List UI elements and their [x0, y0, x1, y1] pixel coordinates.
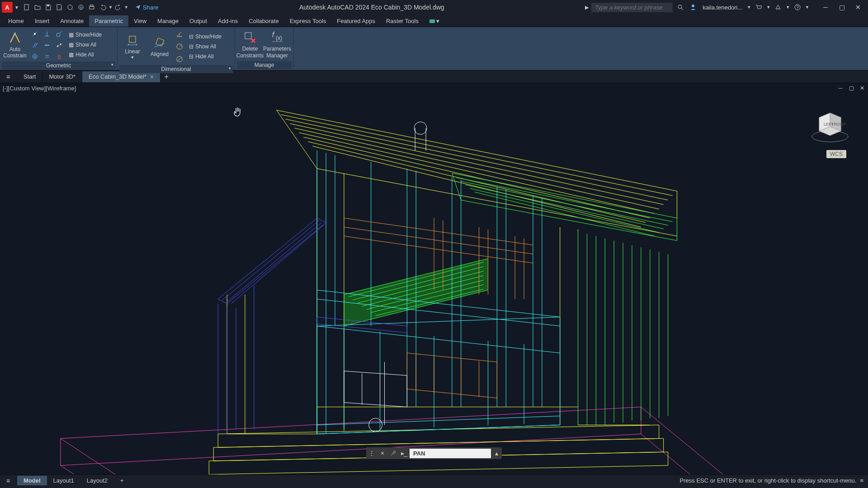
open-icon[interactable]	[33, 2, 42, 12]
perpendicular-icon[interactable]	[41, 28, 53, 40]
close-button[interactable]: ✕	[850, 1, 866, 14]
dimensional-show-all-button[interactable]: ⊟Show All	[186, 42, 224, 52]
user-name-label[interactable]: kaila.tenedori...	[703, 4, 742, 11]
parameters-manager-button[interactable]: f(x) Parameters Manager	[264, 29, 290, 61]
linear-icon	[125, 33, 140, 47]
geometric-hide-all-button[interactable]: ▦Hide All	[66, 50, 104, 60]
close-tab-icon[interactable]: ×	[150, 73, 154, 80]
hide-all-icon: ▦	[69, 52, 74, 58]
geometric-show-all-button[interactable]: ▦Show All	[66, 40, 104, 50]
redo-dropdown[interactable]: ▼	[124, 5, 128, 9]
web-open-icon[interactable]	[65, 2, 75, 12]
user-dropdown[interactable]: ▼	[747, 5, 751, 9]
dim-diameter-icon[interactable]	[174, 53, 185, 65]
autodesk-dropdown[interactable]: ▼	[786, 5, 790, 9]
window-title: Autodesk AutoCAD 2024 Eco Cabin_3D Model…	[158, 4, 585, 11]
command-expand-icon[interactable]: ▴	[491, 448, 502, 459]
layout-menu-icon[interactable]: ≡	[3, 475, 14, 486]
svg-point-16	[34, 56, 36, 57]
tab-featured-apps[interactable]: Featured Apps	[331, 15, 381, 27]
wireframe-model	[0, 83, 868, 474]
web-save-icon[interactable]	[76, 2, 86, 12]
parallel-icon[interactable]	[29, 39, 41, 51]
show-all-icon: ⊟	[189, 43, 193, 50]
collinear-icon[interactable]	[53, 39, 65, 51]
tab-collaborate[interactable]: Collaborate	[243, 15, 284, 27]
coincident-icon[interactable]	[29, 28, 41, 40]
svg-rect-4	[90, 6, 94, 9]
new-tab-button[interactable]: +	[160, 73, 172, 81]
command-line: ⋮ × ▸_ ▴	[366, 447, 502, 459]
horizontal-icon[interactable]	[41, 39, 53, 51]
tab-annotate[interactable]: Annotate	[55, 15, 89, 27]
auto-constrain-button[interactable]: Auto Constrain	[2, 29, 28, 61]
undo-icon[interactable]	[98, 2, 108, 12]
autodesk-app-icon[interactable]	[773, 2, 783, 12]
command-close-icon[interactable]: ×	[377, 448, 388, 459]
tab-home[interactable]: Home	[3, 15, 29, 27]
layout-tabs-bar: ≡ Model Layout1 Layout2 + Press ESC or E…	[0, 474, 868, 486]
delete-constraints-label: Delete Constraints	[236, 46, 264, 59]
saveas-icon[interactable]	[54, 2, 64, 12]
parameters-manager-label: Parameters Manager	[263, 46, 291, 59]
panel-title-dimensional[interactable]: Dimensional	[119, 65, 233, 73]
new-icon[interactable]	[22, 2, 32, 12]
help-icon[interactable]: ?	[793, 2, 802, 12]
command-recent-icon[interactable]: ▸_	[399, 448, 410, 459]
tab-view[interactable]: View	[128, 15, 152, 27]
tab-output[interactable]: Output	[184, 15, 212, 27]
undo-dropdown[interactable]: ▼	[108, 5, 113, 9]
search-input[interactable]	[591, 3, 673, 12]
drawing-viewport[interactable]: [-][Custom View][Wireframe] ─ ▢ ✕ LEFT F…	[0, 83, 868, 474]
plot-icon[interactable]	[87, 2, 97, 12]
tab-raster-tools[interactable]: Raster Tools	[381, 15, 424, 27]
dimensional-hide-all-button[interactable]: ⊟Hide All	[186, 52, 224, 61]
command-input[interactable]	[410, 449, 491, 458]
start-tab[interactable]: Start	[17, 71, 42, 82]
tab-express-tools[interactable]: Express Tools	[284, 15, 332, 27]
layout-tab-model[interactable]: Model	[17, 476, 47, 485]
file-tab-motor[interactable]: Motor 3D*	[42, 71, 82, 82]
search-expand-icon[interactable]: ▶	[585, 5, 589, 10]
dimensional-show-hide-button[interactable]: ⊟Show/Hide	[186, 32, 224, 42]
linear-button[interactable]: Linear ▼	[119, 31, 146, 62]
svg-text:f: f	[272, 31, 275, 38]
search-icon[interactable]	[675, 2, 685, 12]
layout-tab-layout1[interactable]: Layout1	[47, 476, 80, 485]
tab-manage[interactable]: Manage	[152, 15, 184, 27]
app-logo[interactable]: A	[2, 2, 13, 13]
equal-icon[interactable]	[41, 51, 53, 62]
fix-icon[interactable]	[53, 51, 65, 62]
save-icon[interactable]	[43, 2, 53, 12]
app-menu-dropdown[interactable]: ▼	[14, 5, 19, 10]
geometric-show-hide-button[interactable]: ▦Show/Hide	[66, 30, 104, 40]
cart-dropdown[interactable]: ▼	[766, 5, 770, 9]
svg-rect-18	[129, 36, 136, 42]
help-dropdown[interactable]: ▼	[805, 5, 809, 9]
svg-point-12	[57, 33, 60, 37]
status-menu-icon[interactable]: ≡	[860, 477, 863, 484]
cart-icon[interactable]	[754, 2, 764, 12]
layout-tab-layout2[interactable]: Layout2	[80, 476, 114, 485]
maximize-button[interactable]: ▢	[834, 1, 850, 14]
delete-constraints-button[interactable]: Delete Constraints	[237, 29, 263, 61]
panel-title-geometric[interactable]: Geometric	[2, 61, 115, 70]
tab-insert[interactable]: Insert	[29, 15, 55, 27]
user-icon[interactable]	[688, 2, 698, 12]
aligned-button[interactable]: Aligned	[146, 31, 173, 62]
concentric-icon[interactable]	[29, 51, 41, 62]
command-wrench-icon[interactable]	[388, 448, 399, 459]
tangent-icon[interactable]	[53, 28, 65, 40]
dim-radius-icon[interactable]	[174, 41, 185, 52]
share-button[interactable]: Share	[135, 4, 159, 11]
tab-addins[interactable]: Add-ins	[212, 15, 243, 27]
svg-text:(x): (x)	[276, 35, 282, 41]
tab-parametric[interactable]: Parametric	[89, 15, 128, 27]
dim-angular-icon[interactable]	[174, 28, 185, 40]
minimize-button[interactable]: ─	[817, 1, 834, 14]
file-tabs-menu-icon[interactable]: ≡	[3, 71, 14, 82]
add-layout-button[interactable]: +	[114, 476, 130, 485]
redo-icon[interactable]	[113, 2, 123, 12]
tab-extra-toggle[interactable]: ▾	[424, 15, 445, 27]
command-customize-icon[interactable]: ⋮	[366, 448, 377, 459]
